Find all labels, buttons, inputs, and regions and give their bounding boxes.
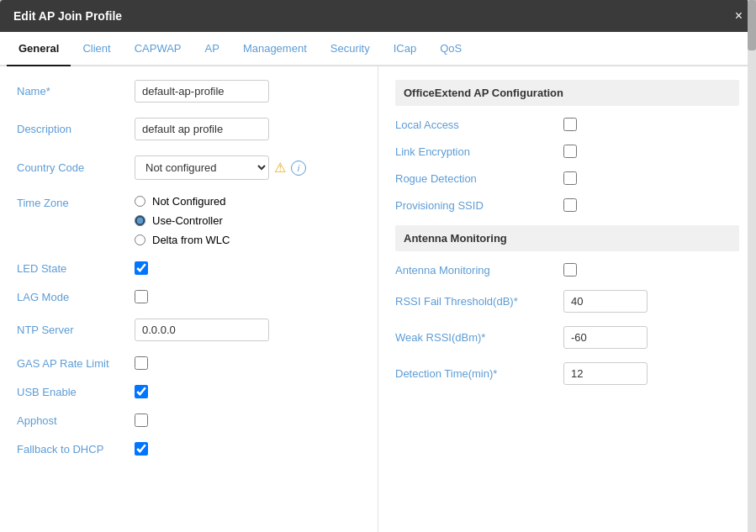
provisioning-ssid-row: Provisioning SSID	[395, 198, 739, 212]
main-content: Name* Description Country Code Not confi…	[0, 66, 756, 532]
description-row: Description	[17, 118, 361, 140]
usb-enable-checkbox[interactable]	[135, 385, 148, 398]
apphost-checkbox[interactable]	[135, 413, 148, 427]
detection-time-label: Detection Time(min)*	[395, 367, 563, 380]
description-input[interactable]	[135, 118, 269, 140]
gas-ap-rate-limit-checkbox-wrapper	[135, 356, 148, 370]
led-state-row: LED State	[17, 261, 361, 275]
usb-enable-label: USB Enable	[17, 386, 135, 398]
name-input[interactable]	[135, 80, 269, 103]
ntp-server-label: NTP Server	[17, 324, 135, 336]
local-access-checkbox[interactable]	[563, 118, 577, 131]
name-row: Name*	[17, 80, 361, 103]
country-code-label: Country Code	[17, 161, 135, 174]
country-code-row: Country Code Not configured ⚠ i	[17, 155, 361, 180]
gas-ap-rate-limit-label: GAS AP Rate Limit	[17, 357, 135, 370]
gas-ap-rate-limit-checkbox[interactable]	[135, 356, 148, 370]
description-label: Description	[17, 123, 135, 135]
time-zone-label: Time Zone	[17, 195, 135, 209]
rogue-detection-label: Rogue Detection	[395, 172, 563, 185]
rogue-detection-checkbox[interactable]	[563, 171, 577, 185]
tab-capwap[interactable]: CAPWAP	[123, 32, 193, 66]
timezone-delta-from-wlc[interactable]: Delta from WLC	[135, 234, 230, 246]
led-state-checkbox-wrapper	[135, 261, 148, 275]
ntp-server-input[interactable]	[135, 319, 269, 341]
rogue-detection-checkbox-wrapper	[563, 171, 577, 185]
link-encryption-checkbox-wrapper	[563, 145, 577, 158]
local-access-row: Local Access	[395, 118, 739, 131]
apphost-label: Apphost	[17, 414, 135, 427]
lag-mode-row: LAG Mode	[17, 290, 361, 303]
usb-enable-row: USB Enable	[17, 385, 361, 398]
fallback-to-dhcp-label: Fallback to DHCP	[17, 443, 135, 456]
link-encryption-label: Link Encryption	[395, 145, 563, 158]
tab-qos[interactable]: QoS	[428, 32, 473, 66]
tab-general[interactable]: General	[7, 32, 71, 66]
antenna-monitoring-title: Antenna Monitoring	[395, 225, 739, 251]
apphost-row: Apphost	[17, 413, 361, 427]
weak-rssi-input[interactable]	[563, 326, 648, 349]
tab-bar: General Client CAPWAP AP Management Secu…	[0, 32, 756, 66]
modal-header: Edit AP Join Profile ×	[0, 0, 756, 32]
timezone-use-controller-radio[interactable]	[135, 215, 145, 226]
weak-rssi-row: Weak RSSI(dBm)*	[395, 326, 739, 349]
timezone-use-controller-label: Use-Controller	[152, 214, 223, 227]
link-encryption-row: Link Encryption	[395, 145, 739, 158]
right-panel: OfficeExtend AP Configuration Local Acce…	[378, 66, 756, 532]
info-icon[interactable]: i	[291, 161, 306, 176]
rssi-fail-input[interactable]	[563, 290, 648, 313]
provisioning-ssid-checkbox[interactable]	[563, 198, 577, 212]
rssi-fail-row: RSSI Fail Threshold(dB)*	[395, 290, 739, 313]
left-panel: Name* Description Country Code Not confi…	[0, 66, 378, 532]
fallback-to-dhcp-checkbox-wrapper	[135, 442, 148, 456]
rssi-fail-label: RSSI Fail Threshold(dB)*	[395, 295, 563, 308]
country-code-select[interactable]: Not configured	[135, 155, 269, 180]
timezone-delta-label: Delta from WLC	[152, 234, 230, 246]
time-zone-row: Time Zone Not Configured Use-Controller …	[17, 195, 361, 246]
fallback-to-dhcp-checkbox[interactable]	[135, 442, 148, 456]
provisioning-ssid-label: Provisioning SSID	[395, 199, 563, 212]
antenna-monitoring-row: Antenna Monitoring	[395, 263, 739, 277]
lag-mode-checkbox-wrapper	[135, 290, 148, 303]
local-access-checkbox-wrapper	[563, 118, 577, 131]
timezone-not-configured-label: Not Configured	[152, 195, 225, 208]
lag-mode-label: LAG Mode	[17, 291, 135, 303]
tab-ap[interactable]: AP	[193, 32, 231, 66]
timezone-not-configured-radio[interactable]	[135, 196, 145, 207]
rogue-detection-row: Rogue Detection	[395, 171, 739, 185]
ntp-server-row: NTP Server	[17, 319, 361, 341]
provisioning-ssid-checkbox-wrapper	[563, 198, 577, 212]
office-extend-title: OfficeExtend AP Configuration	[395, 80, 739, 106]
antenna-monitoring-checkbox[interactable]	[563, 263, 577, 277]
timezone-delta-radio[interactable]	[135, 234, 145, 245]
tab-icap[interactable]: ICap	[382, 32, 428, 66]
apphost-checkbox-wrapper	[135, 413, 148, 427]
led-state-label: LED State	[17, 262, 135, 275]
led-state-checkbox[interactable]	[135, 261, 148, 275]
link-encryption-checkbox[interactable]	[563, 145, 577, 158]
antenna-monitoring-checkbox-wrapper	[563, 263, 577, 277]
scrollbar-thumb[interactable]	[748, 0, 756, 50]
weak-rssi-label: Weak RSSI(dBm)*	[395, 331, 563, 344]
modal-title: Edit AP Join Profile	[13, 9, 122, 23]
scrollbar[interactable]	[748, 0, 756, 532]
antenna-monitoring-label: Antenna Monitoring	[395, 264, 563, 277]
timezone-use-controller[interactable]: Use-Controller	[135, 214, 230, 227]
lag-mode-checkbox[interactable]	[135, 290, 148, 303]
edit-ap-join-profile-modal: Edit AP Join Profile × General Client CA…	[0, 0, 756, 532]
local-access-label: Local Access	[395, 119, 563, 131]
warning-icon: ⚠	[274, 160, 286, 176]
country-code-select-wrapper: Not configured ⚠ i	[135, 155, 306, 180]
usb-enable-checkbox-wrapper	[135, 385, 148, 398]
tab-management[interactable]: Management	[231, 32, 319, 66]
detection-time-input[interactable]	[563, 362, 648, 385]
close-button[interactable]: ×	[735, 8, 743, 24]
detection-time-row: Detection Time(min)*	[395, 362, 739, 385]
tab-security[interactable]: Security	[319, 32, 382, 66]
tab-client[interactable]: Client	[71, 32, 122, 66]
name-label: Name*	[17, 85, 135, 97]
gas-ap-rate-limit-row: GAS AP Rate Limit	[17, 356, 361, 370]
fallback-to-dhcp-row: Fallback to DHCP	[17, 442, 361, 456]
time-zone-radio-group: Not Configured Use-Controller Delta from…	[135, 195, 230, 246]
timezone-not-configured[interactable]: Not Configured	[135, 195, 230, 208]
